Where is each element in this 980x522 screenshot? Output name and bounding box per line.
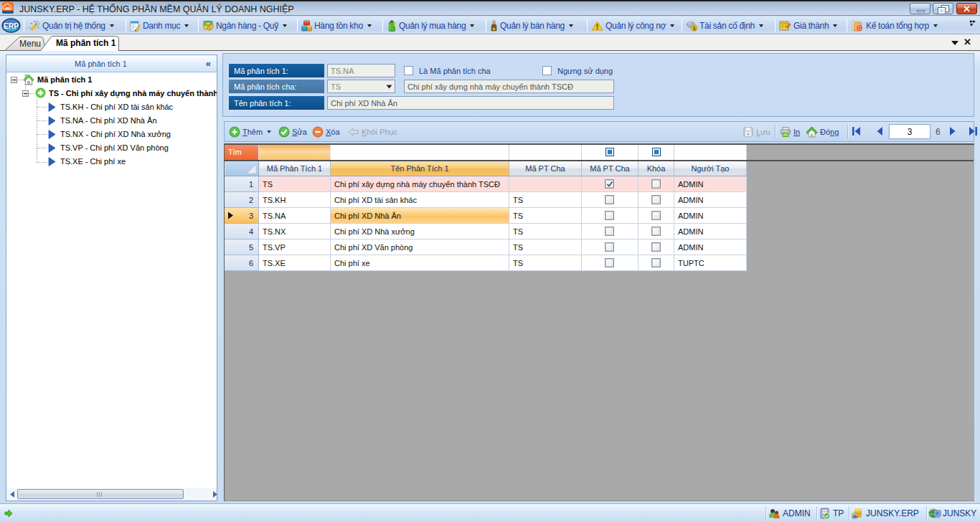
svg-text:$: $ xyxy=(693,26,696,32)
svg-text:db: db xyxy=(852,514,857,518)
svg-text:ERP: ERP xyxy=(4,22,19,30)
svg-text:ERP: ERP xyxy=(6,7,11,10)
